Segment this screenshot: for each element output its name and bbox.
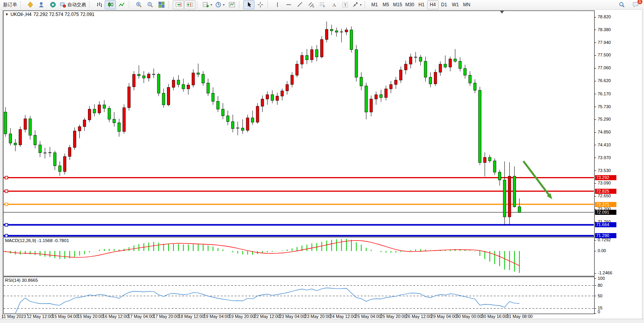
metaquotes-button[interactable] — [25, 0, 36, 9]
signals-icon — [39, 2, 45, 8]
fibonacci-button[interactable]: F — [317, 0, 328, 9]
ohlc-values: 72.292 72.574 72.075 72.091 — [33, 12, 95, 17]
tf-d1-button[interactable]: D1 — [439, 0, 450, 9]
price-chart[interactable] — [0, 10, 644, 319]
chart-shift-marker[interactable] — [500, 11, 504, 14]
vline-button[interactable] — [272, 0, 283, 9]
svg-text:E: E — [312, 5, 314, 8]
axis-tick-label: 77.940 — [598, 40, 611, 45]
candle-chart-button[interactable] — [105, 0, 116, 9]
axis-tick-label: 73.970 — [598, 156, 611, 160]
channel-button[interactable]: E — [305, 0, 317, 9]
zoom-out-icon — [147, 2, 153, 8]
toolbar-separator — [89, 1, 92, 8]
search-icon — [619, 2, 625, 8]
dropdown-caret-icon[interactable]: ▾ — [211, 3, 212, 7]
line-chart-button[interactable] — [116, 0, 127, 9]
periods-button[interactable]: ▾ — [214, 0, 226, 9]
trend-arrow[interactable] — [523, 161, 552, 199]
arrows-button[interactable]: ▾ — [351, 0, 363, 9]
toolbar-separator — [129, 1, 132, 8]
label-button[interactable]: T — [339, 0, 351, 9]
axis-tick-label: 0.00 — [598, 249, 606, 253]
chart-shift-button[interactable] — [184, 0, 195, 9]
channel-icon: E — [308, 2, 314, 8]
axis-tick-label: 50 — [598, 294, 602, 298]
tile-windows-button[interactable] — [156, 0, 167, 9]
tf-m1-button[interactable]: M1 — [369, 0, 380, 9]
autotrade-icon — [60, 2, 66, 8]
time-axis-label: 15 May 20:00 — [77, 314, 104, 319]
axis-tick-label: 0 — [598, 310, 600, 314]
axis-tick-label: 74.850 — [598, 130, 611, 134]
tf-mn-button-label: MN — [463, 2, 470, 7]
crosshair-button[interactable] — [254, 0, 266, 9]
bar-chart-button[interactable] — [93, 0, 105, 9]
zoom-in-icon — [136, 2, 142, 8]
tf-h4-button-label: H4 — [430, 2, 436, 7]
macd-indicator — [0, 239, 519, 273]
labelT-icon: T — [342, 2, 348, 8]
trendline-button[interactable] — [294, 0, 305, 9]
profiles-button[interactable] — [226, 0, 237, 9]
axis-tick-label: 77.500 — [598, 53, 611, 57]
hline-handle[interactable] — [5, 176, 8, 179]
rsi-indicator — [4, 286, 594, 314]
axis-tick-label: -1.2466 — [598, 271, 612, 275]
hline-handle[interactable] — [5, 234, 8, 237]
tf-mn-button[interactable]: MN — [461, 0, 472, 9]
autotrade-button[interactable]: 自动交易 — [58, 0, 88, 9]
zoom-out-button[interactable] — [144, 0, 156, 9]
signals-button[interactable] — [36, 0, 47, 9]
notifications-button[interactable]: 1 — [630, 0, 641, 9]
text-button[interactable]: A — [328, 0, 339, 9]
tf-m5-button[interactable]: M5 — [380, 0, 391, 9]
clock-icon — [215, 2, 221, 8]
new-chart-icon — [203, 2, 209, 8]
hline-handle[interactable] — [5, 223, 8, 226]
time-axis-label: 29 May 04:00 — [431, 314, 457, 319]
time-axis-label: 16 May 12:00 — [103, 314, 129, 319]
price-line-badge: 72.091 — [595, 210, 616, 215]
tf-w1-button[interactable]: W1 — [450, 0, 461, 9]
dropdown-caret-icon[interactable]: ▾ — [223, 3, 225, 7]
hline-handle[interactable] — [5, 203, 8, 206]
symbol-dropdown-icon[interactable]: ▼ — [5, 12, 9, 16]
time-axis-label: 11 May 2023 — [2, 314, 26, 319]
tf-m5-button-label: M5 — [383, 2, 389, 7]
search-button[interactable] — [616, 0, 627, 9]
time-axis-label: 15 May 04:00 — [52, 314, 78, 319]
dropdown-caret-icon[interactable]: ▾ — [360, 3, 361, 7]
tf-h4-button[interactable]: H4 — [427, 0, 439, 9]
axis-tick-label: 72.650 — [598, 194, 611, 198]
price-line-badge: 72.825 — [595, 189, 616, 194]
new-chart-button[interactable]: ▾ — [201, 0, 214, 9]
tf-w1-button-label: W1 — [452, 2, 459, 7]
bars-icon — [96, 2, 102, 8]
auto-scroll-button[interactable] — [173, 0, 184, 9]
candles — [0, 21, 521, 225]
hline-handle[interactable] — [5, 190, 8, 193]
autoscroll-icon — [175, 2, 182, 8]
community-button[interactable] — [47, 0, 58, 9]
cursor-button[interactable] — [243, 0, 254, 9]
tf-m15-button-label: M15 — [393, 2, 402, 7]
hline-button[interactable] — [283, 0, 294, 9]
chart-window[interactable]: ▼ UKOil-,H4 72.292 72.574 72.075 72.091 … — [0, 10, 644, 319]
window-right-border — [642, 10, 644, 319]
zoom-in-button[interactable] — [133, 0, 144, 9]
axis-tick-label: 78.380 — [598, 28, 611, 32]
time-axis-label: 23 May 20:00 — [305, 314, 331, 319]
status-strip — [0, 319, 644, 323]
price-line-badge: 72.371 — [595, 202, 616, 207]
tf-h1-button[interactable]: H1 — [416, 0, 427, 9]
time-axis-label: 30 May 00:00 — [456, 314, 482, 319]
tf-m30-button[interactable]: M30 — [404, 0, 416, 9]
time-axis-label: 30 May 16:00 — [481, 314, 507, 319]
new-order-button[interactable]: 新订单 — [2, 0, 19, 9]
toolbar-separator — [365, 1, 368, 8]
notification-badge: 1 — [637, 0, 642, 4]
tf-m15-button[interactable]: M15 — [391, 0, 404, 9]
axis-tick-label: 0.7292 — [598, 238, 611, 242]
time-axis-label: 19 May 04:00 — [204, 314, 230, 319]
